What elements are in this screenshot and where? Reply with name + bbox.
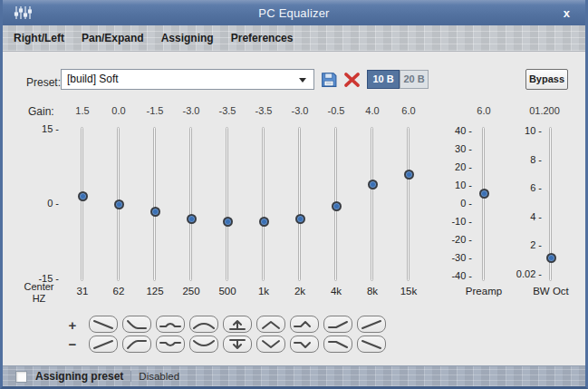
preamp-gain-value: 6.0 <box>463 105 505 116</box>
minus-dip-button[interactable] <box>156 336 185 353</box>
minus-shift-down-button[interactable] <box>223 336 252 353</box>
preset-label: Preset: <box>26 76 61 89</box>
bw-scale-tick: 8 - <box>504 154 542 165</box>
plus-peak-button[interactable] <box>256 316 285 333</box>
preamp-scale-tick: 40 - <box>434 125 472 136</box>
band-slider-15k-thumb[interactable] <box>404 170 414 180</box>
bw-scale-tick: 0.02 - <box>504 268 542 279</box>
band-slider-8k-track <box>371 127 373 281</box>
chevron-down-icon <box>299 78 306 83</box>
preamp-scale-tick: -40 - <box>434 270 472 281</box>
plus-slope-down-button[interactable] <box>89 316 118 333</box>
band-scale-tick: 0 - <box>21 198 59 209</box>
preset-dropdown-value: [build] Soft <box>67 73 119 85</box>
hill-curve-icon <box>157 318 184 331</box>
minus-flat-slope-down-button[interactable] <box>323 336 352 353</box>
bw-scale-tick: 4 - <box>504 211 542 222</box>
preamp-label: Preamp <box>463 286 505 297</box>
bw-scale-tick: 2 - <box>504 239 542 250</box>
minus-slope-up-flat-button[interactable] <box>122 336 151 353</box>
plus-arch-button[interactable] <box>189 316 218 333</box>
preamp-slider-thumb[interactable] <box>479 189 489 199</box>
band-slider-250-thumb[interactable] <box>187 214 197 224</box>
close-button[interactable]: x <box>560 5 574 22</box>
status-bar: Assigning preset Disabled <box>0 365 588 386</box>
slope-up-curve-icon <box>90 338 117 351</box>
dip-curve-icon <box>157 338 184 351</box>
band-slider-1k-track <box>262 127 265 281</box>
slope-up-curve-icon <box>358 318 385 331</box>
preamp-scale-tick: 10 - <box>434 180 472 190</box>
bw-scale-tick: 6 - <box>504 182 542 193</box>
slope-down-curve-icon <box>90 318 117 331</box>
band-scale-tick: -15 - <box>21 273 59 284</box>
save-preset-icon[interactable] <box>321 72 337 92</box>
preamp-scale-tick: -30 - <box>434 252 472 263</box>
band-slider-2k-track <box>298 127 301 281</box>
bowl-curve-icon <box>190 338 217 351</box>
band-slider-125-track <box>153 127 156 281</box>
bw-oct-slider-thumb[interactable] <box>546 253 556 263</box>
plus-slope-down-flat-button[interactable] <box>122 316 151 333</box>
minus-valley-button[interactable] <box>256 336 285 353</box>
band-slider-500-track <box>226 127 228 281</box>
shift-down-curve-icon <box>224 338 251 351</box>
minus-bowl-button[interactable] <box>189 336 218 353</box>
band-slider-31-track <box>81 127 83 281</box>
preamp-scale-tick: 0 - <box>434 198 472 209</box>
band-mode-20-button[interactable]: 20 B <box>400 70 429 89</box>
gain-label: Gain: <box>28 105 54 118</box>
minus-slope-up-button[interactable] <box>89 336 118 353</box>
dip-right-curve-icon <box>291 338 318 351</box>
slope-down-curve-icon <box>358 338 385 351</box>
shift-up-curve-icon <box>224 318 251 331</box>
plus-hill-right-button[interactable] <box>290 316 319 333</box>
plus-slope-up-button[interactable] <box>357 316 386 333</box>
pc-equalizer-window: PC Equalizer x Right/LeftPan/ExpandAssig… <box>0 0 588 389</box>
plus-shift-up-button[interactable] <box>223 316 252 333</box>
assigning-status-text: Disabled <box>139 371 179 382</box>
peak-curve-icon <box>257 318 284 331</box>
band-slider-250-track <box>189 127 192 281</box>
content-layer: Preset: [build] Soft 10 B 20 B Bypass Ga… <box>3 0 585 389</box>
flat-slope-up-curve-icon <box>324 318 352 331</box>
band-slider-500-thumb[interactable] <box>223 217 233 227</box>
band-mode-10-button[interactable]: 10 B <box>367 70 400 89</box>
preset-dropdown[interactable]: [build] Soft <box>61 69 314 90</box>
plus-hill-button[interactable] <box>156 316 185 333</box>
minus-slope-down-button[interactable] <box>357 336 386 353</box>
band-slider-8k-thumb[interactable] <box>368 180 378 190</box>
assigning-preset-checkbox[interactable] <box>15 371 27 383</box>
band-slider-2k-thumb[interactable] <box>295 214 305 224</box>
slope-down-flat-curve-icon <box>123 318 150 331</box>
preamp-scale-tick: 20 - <box>434 161 472 172</box>
hill-right-curve-icon <box>291 318 318 331</box>
bw-oct-label: BW Oct <box>530 286 572 297</box>
preamp-scale-tick: -10 - <box>434 216 472 227</box>
arch-curve-icon <box>190 318 217 331</box>
band-slider-15k-track <box>407 127 410 281</box>
valley-curve-icon <box>257 338 284 351</box>
plus-row-label: + <box>66 317 79 333</box>
center-hz-label: Center HZ <box>14 281 64 305</box>
plus-flat-slope-up-button[interactable] <box>323 316 352 333</box>
bw-scale-tick: 10 - <box>504 125 542 136</box>
band-slider-125-thumb[interactable] <box>150 207 160 217</box>
flat-slope-down-curve-icon <box>324 338 352 351</box>
band-gain-value: 6.0 <box>388 105 429 116</box>
minus-row-label: − <box>66 336 79 352</box>
slope-up-flat-curve-icon <box>123 338 150 351</box>
bypass-button[interactable]: Bypass <box>525 69 568 90</box>
band-slider-62-thumb[interactable] <box>114 199 124 209</box>
preamp-scale-tick: -20 - <box>434 234 472 245</box>
band-slider-1k-thumb[interactable] <box>259 217 269 227</box>
band-slider-4k-thumb[interactable] <box>332 201 342 211</box>
band-slider-31-thumb[interactable] <box>78 191 88 201</box>
bw-gain-value: 01.200 <box>524 105 565 116</box>
preamp-scale-tick: 30 - <box>434 143 472 154</box>
minus-dip-right-button[interactable] <box>290 336 319 353</box>
status-divider <box>130 371 131 382</box>
band-scale-tick: 15 - <box>21 123 59 134</box>
preamp-slider-track <box>482 127 485 281</box>
delete-preset-icon[interactable] <box>342 72 361 92</box>
